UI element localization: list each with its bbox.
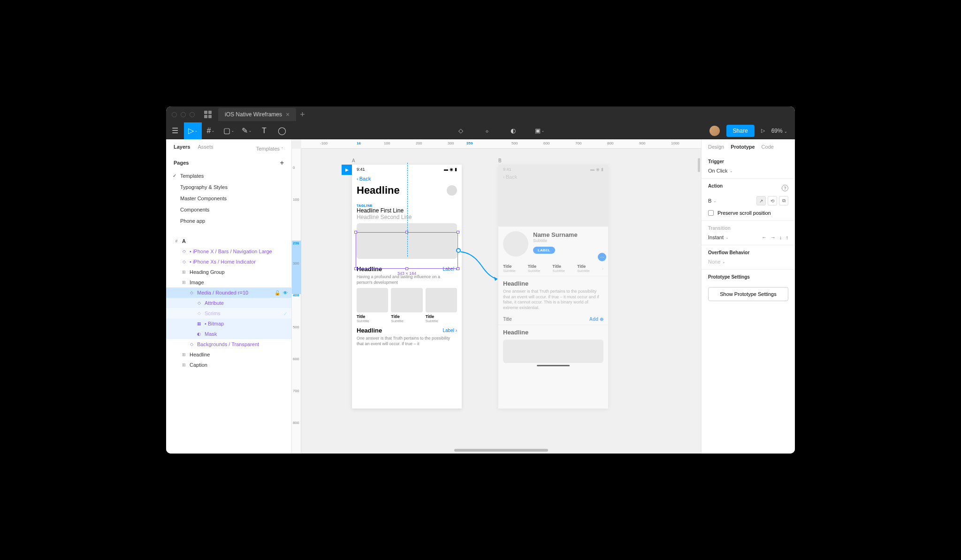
- chevron-left-icon: ‹: [357, 176, 358, 182]
- add-page-icon[interactable]: +: [280, 159, 284, 166]
- layer-bitmap[interactable]: ▦• Bitmap: [166, 318, 291, 329]
- page-components[interactable]: Components: [166, 204, 291, 215]
- add-tab-button[interactable]: +: [300, 110, 305, 120]
- zoom-level[interactable]: 69% ⌄: [771, 128, 787, 134]
- ruler-vertical: 0 100 236 300 400 500 600 700 800: [292, 149, 301, 454]
- body-text-b1: One answer is that Truth pertains to the…: [498, 288, 608, 314]
- frame-a[interactable]: 9:41 ▬◉▮ ‹Back Headline TAGLINE Headline…: [352, 165, 462, 409]
- tab-design[interactable]: Design: [708, 144, 724, 150]
- card-3[interactable]: TitleSubtitle: [426, 288, 457, 323]
- card-2[interactable]: TitleSubtitle: [391, 288, 422, 323]
- preserve-scroll-checkbox[interactable]: Preserve scroll position: [708, 210, 788, 216]
- back-button-b[interactable]: ‹Back: [498, 174, 608, 180]
- eye-icon[interactable]: 👁: [283, 290, 288, 295]
- chevron-right-icon: ›: [602, 266, 603, 271]
- action-type-group: ↗ ⟲ ⧉: [756, 196, 788, 205]
- hidden-icon[interactable]: ⟋: [283, 311, 288, 316]
- shape-tool[interactable]: ▢⌄: [220, 122, 237, 139]
- present-icon[interactable]: ▷: [761, 128, 765, 134]
- union-icon[interactable]: ▣⌄: [531, 122, 549, 139]
- menu-button[interactable]: ☰: [166, 122, 184, 139]
- share-button[interactable]: Share: [726, 125, 755, 137]
- stats-row[interactable]: TitleSubtitle TitleSubtitle TitleSubtitl…: [498, 261, 608, 276]
- overlay-icon[interactable]: ⧉: [779, 196, 788, 205]
- layer-headline[interactable]: ⊞Headline: [166, 349, 291, 360]
- canvas[interactable]: A ▶ 9:41 ▬◉▮ ‹Back Headline TAGLINE Head…: [301, 149, 701, 454]
- show-prototype-settings-button[interactable]: Show Prototype Settings: [708, 287, 788, 301]
- add-row[interactable]: Title Add ⊕: [498, 314, 608, 325]
- layer-scrims[interactable]: ◇Scrims⟋: [166, 308, 291, 318]
- arrow-left-icon[interactable]: ←: [762, 235, 767, 240]
- pen-tool[interactable]: ✎⌄: [237, 122, 255, 139]
- section-1-label[interactable]: Label ›: [442, 266, 457, 272]
- arrow-down-icon[interactable]: ↓: [779, 235, 782, 240]
- text-tool[interactable]: T: [255, 122, 273, 139]
- arrow-right-icon[interactable]: →: [770, 235, 776, 240]
- direction-arrows: ← → ↓ ↑: [762, 235, 788, 240]
- action-target-select[interactable]: B⌄: [708, 198, 717, 204]
- section-b2: Headline: [498, 325, 608, 337]
- pages-header: Pages +: [166, 153, 291, 170]
- mask-icon[interactable]: ⬦: [478, 122, 496, 139]
- traffic-lights[interactable]: [172, 112, 195, 117]
- layer-image[interactable]: ⊞Image: [166, 277, 291, 288]
- frame-icon: #: [174, 239, 179, 243]
- tab-code[interactable]: Code: [762, 144, 774, 150]
- card-1[interactable]: TitleSubtitle: [357, 288, 388, 323]
- page-typography[interactable]: Typography & Styles: [166, 182, 291, 193]
- canvas-area[interactable]: -100 16 100 200 300 359 500 600 700 800 …: [292, 139, 701, 454]
- layer-frame-a[interactable]: #A: [166, 236, 291, 246]
- file-tab[interactable]: iOS Native Wireframes ×: [218, 108, 296, 121]
- unlock-icon[interactable]: 🔓: [275, 290, 280, 295]
- page-phone[interactable]: Phone app: [166, 215, 291, 227]
- page-templates[interactable]: Templates: [166, 170, 291, 182]
- page-master[interactable]: Master Components: [166, 193, 291, 204]
- layer-media-rounded[interactable]: ◇Media / Rounded r=10🔓👁: [166, 288, 291, 298]
- boolean-icon[interactable]: ◐: [504, 122, 522, 139]
- layer-mask[interactable]: ◐Mask: [166, 329, 291, 339]
- settings-section: Prototype Settings Show Prototype Settin…: [702, 270, 795, 306]
- overflow-select[interactable]: None⌄: [708, 259, 788, 265]
- prototype-arrow[interactable]: [459, 248, 501, 286]
- move-tool[interactable]: ▷⌄: [184, 122, 202, 139]
- frame-a-label[interactable]: A: [352, 158, 355, 163]
- layer-heading-group[interactable]: ⊞Heading Group: [166, 267, 291, 277]
- layer-attribute[interactable]: ◇Attribute: [166, 298, 291, 308]
- swap-icon[interactable]: ⟲: [768, 196, 777, 205]
- toolbar-center: ◇ ⬦ ◐ ▣⌄: [291, 122, 709, 139]
- layer-caption[interactable]: ⊞Caption: [166, 360, 291, 370]
- main: Layers Assets Templates ⌃ Pages + Templa…: [166, 139, 795, 454]
- layer-home-indicator[interactable]: ◇• iPhone Xs / Home Indicator: [166, 257, 291, 267]
- prototype-start-badge[interactable]: ▶: [342, 165, 352, 175]
- more-button[interactable]: ⋯: [598, 253, 606, 261]
- comment-tool[interactable]: ◯: [273, 122, 291, 139]
- arrow-up-icon[interactable]: ↑: [786, 235, 789, 240]
- scrollbar-horizontal[interactable]: [454, 449, 548, 452]
- chevron-left-icon: ‹: [503, 174, 505, 180]
- tab-layers[interactable]: Layers: [174, 144, 190, 153]
- close-icon[interactable]: ×: [286, 111, 290, 118]
- tab-prototype[interactable]: Prototype: [731, 144, 755, 150]
- navigate-icon[interactable]: ↗: [756, 196, 766, 205]
- tab-templates[interactable]: Templates ⌃: [256, 144, 284, 153]
- component-icon[interactable]: ◇: [452, 122, 470, 139]
- guide-vertical[interactable]: [407, 163, 408, 257]
- transition-select[interactable]: Instant⌄: [708, 235, 729, 240]
- trigger-select[interactable]: On Click⌄: [708, 168, 788, 174]
- back-button-a[interactable]: ‹Back: [357, 176, 457, 182]
- nav-avatar[interactable]: [447, 185, 457, 196]
- label-pill[interactable]: LABEL: [533, 247, 555, 254]
- layer-nav-large[interactable]: ◇• iPhone X / Bars / Navigation Large: [166, 246, 291, 257]
- tab-assets[interactable]: Assets: [198, 144, 213, 153]
- frame-tool[interactable]: #⌄: [202, 122, 220, 139]
- frame-b-label[interactable]: B: [498, 158, 502, 163]
- media-rounded[interactable]: [357, 223, 457, 259]
- layer-backgrounds[interactable]: ◇Backgrounds / Transparent: [166, 339, 291, 349]
- section-2-label[interactable]: Label ›: [442, 328, 457, 333]
- profile-avatar[interactable]: [503, 231, 528, 257]
- user-avatar[interactable]: [709, 126, 720, 136]
- file-tab-title: iOS Native Wireframes: [225, 111, 282, 118]
- prototype-connection-dot[interactable]: [456, 248, 461, 253]
- frame-b[interactable]: 9:41 ▬◉▮ ‹Back Name Surname Subtitle LAB…: [498, 165, 608, 409]
- help-icon[interactable]: ?: [782, 185, 788, 191]
